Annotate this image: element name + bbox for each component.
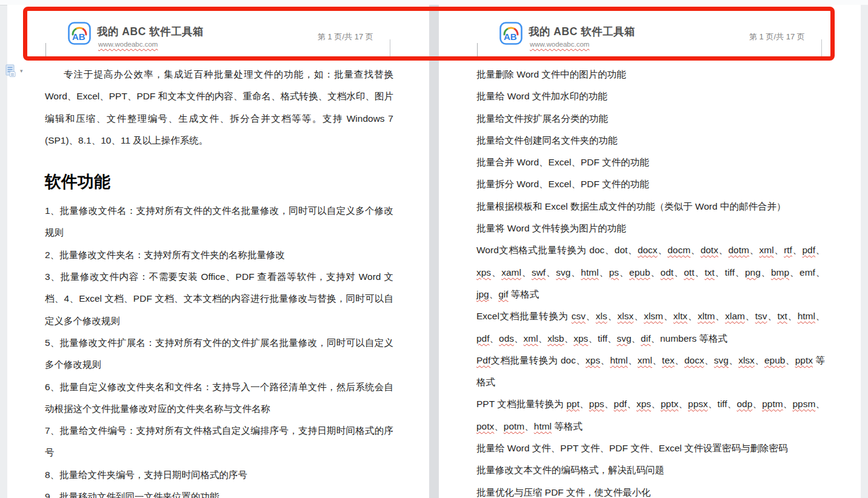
header-page-number: 第 1 页/共 17 页	[318, 32, 373, 42]
page-gutter	[429, 5, 439, 498]
page-body-text: 专注于提高办公效率，集成近百种批量处理文件的功能，如：批量查找替换 Word、E…	[45, 64, 393, 498]
header-title: 我的 ABC 软件工具箱	[529, 24, 635, 39]
header-boundary-line	[467, 56, 833, 57]
doc-paragraph: 批量给文件按扩展名分类的功能	[476, 108, 825, 130]
doc-paragraph: 批量根据模板和 Excel 数据生成文件的功能（类似于 Word 中的邮件合并）	[476, 196, 825, 217]
doc-paragraph: 批量给 Word 文件加水印的功能	[476, 85, 825, 107]
header-margin-tick-right	[821, 39, 822, 56]
logo-letters: AB	[504, 32, 517, 42]
doc-paragraph: 批量拆分 Word、Excel、PDF 文件的功能	[476, 173, 825, 195]
doc-paragraph: 批量修改文本文件的编码格式，解决乱码问题	[476, 459, 825, 481]
header-margin-tick-left	[45, 43, 46, 59]
paste-options-button[interactable]: ▾	[5, 62, 33, 79]
header-boundary-line	[35, 56, 401, 57]
document-page-left: AB 我的 ABC 软件工具箱 www.wodeabc.com 第 1 页/共 …	[7, 5, 429, 498]
abc-toolbox-logo-icon: AB	[68, 22, 91, 45]
doc-paragraph: 批量给文件创建同名文件夹的功能	[476, 130, 825, 151]
chevron-down-icon: ▾	[20, 68, 23, 74]
header-title: 我的 ABC 软件工具箱	[97, 24, 204, 39]
doc-paragraph: PPT 文档批量转换为 ppt、pps、pdf、xps、pptx、ppsx、ti…	[476, 393, 825, 437]
abc-toolbox-logo-icon: AB	[499, 22, 522, 45]
doc-paragraph: 3、批量修改文件内容：不需要安装 Office、PDF 查看器等软件，支持对 W…	[45, 266, 393, 332]
doc-paragraph: 批量删除 Word 文件中的图片的功能	[476, 64, 825, 85]
doc-paragraph: 批量给 Word 文件、PPT 文件、PDF 文件、Excel 文件设置密码与删…	[476, 437, 825, 459]
header-page-number: 第 1 页/共 17 页	[749, 32, 805, 42]
doc-paragraph: Word文档格式批量转换为 doc、dot、docx、docm、dotx、dot…	[476, 239, 825, 305]
header-margin-tick-left	[477, 43, 478, 59]
header-margin-tick-right	[390, 39, 390, 56]
doc-paragraph: 批量合并 Word、Excel、PDF 文件的功能	[476, 151, 825, 173]
doc-paragraph: Pdf文档批量转换为 doc、xps、html、xml、tex、docx、svg…	[476, 350, 825, 394]
page-body-text: 批量删除 Word 文件中的图片的功能批量给 Word 文件加水印的功能批量给文…	[476, 64, 825, 498]
doc-paragraph: 5、批量修改文件扩展名：支持对所有文件的文件扩展名批量修改，同时可以自定义多个修…	[45, 332, 393, 376]
doc-paragraph: Excel文档批量转换为 csv、xls、xlsx、xlsm、xltx、xltm…	[476, 305, 825, 350]
paste-options-icon	[5, 64, 17, 78]
section-heading: 软件功能	[45, 168, 393, 195]
document-page-right: AB 我的 ABC 软件工具箱 www.wodeabc.com 第 1 页/共 …	[439, 5, 861, 498]
doc-paragraph: 6、批量自定义修改文件夹名和文件名：支持导入一个路径清单文件，然后系统会自动根据…	[45, 376, 393, 420]
doc-paragraph: 9、批量移动文件到同一文件夹位置的功能	[45, 486, 393, 498]
doc-paragraph: 8、批量给文件夹编号，支持日期时间格式的序号	[45, 464, 393, 486]
header-url: www.wodeabc.com	[98, 41, 158, 48]
right-margin-strip	[861, 5, 868, 498]
doc-paragraph: 7、批量给文件编号：支持对所有文件格式自定义编排序号，支持日期时间格式的序号	[45, 420, 393, 464]
doc-paragraph: 批量优化与压缩 PDF 文件，使文件最小化	[476, 482, 825, 498]
header-url: www.wodeabc.com	[530, 41, 589, 48]
logo-letters: AB	[72, 32, 85, 42]
doc-paragraph: 批量将 Word 文件转换为图片的功能	[476, 217, 825, 239]
doc-paragraph: 专注于提高办公效率，集成近百种批量处理文件的功能，如：批量查找替换 Word、E…	[45, 64, 393, 151]
doc-paragraph: 1、批量修改文件名：支持对所有文件的文件名批量修改，同时可以自定义多个修改规则	[45, 200, 393, 244]
doc-paragraph: 2、批量修改文件夹名：支持对所有文件夹的名称批量修改	[45, 244, 393, 266]
